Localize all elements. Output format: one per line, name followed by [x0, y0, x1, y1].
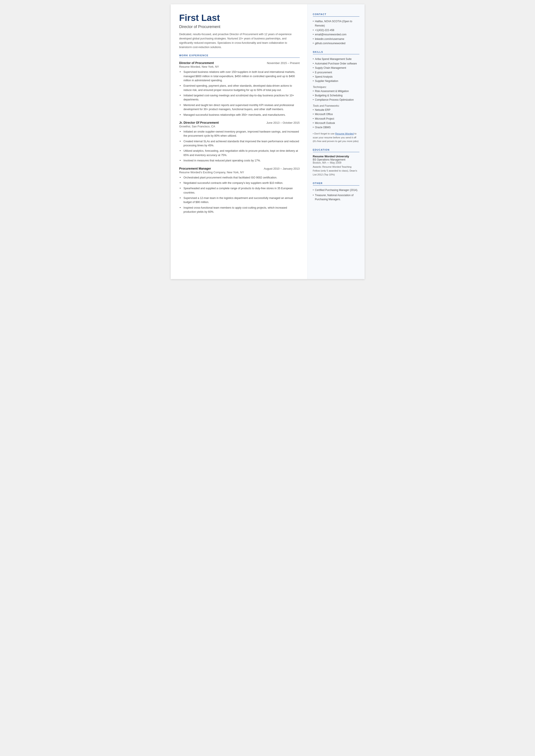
contact-item-github: github.com/resumeworded: [313, 41, 359, 45]
skill-item-eprocurement: E-procurement: [313, 70, 359, 74]
edu-school: Resume Worded University: [313, 155, 359, 158]
skill-item-ariba: Ariba Spend Management Suite: [313, 57, 359, 61]
contact-item-linkedin: linkedin.com/in/username: [313, 37, 359, 41]
list-item: Supervised a 12-man team in the logistic…: [179, 196, 300, 205]
skill-item-apo: Automated Purchase Order software: [313, 61, 359, 66]
job-3-bullets: Orchestrated plant procurement methods t…: [179, 176, 300, 214]
contact-item-phone: +1(432)-222-458: [313, 28, 359, 32]
list-item: Involved in measures that reduced plant …: [179, 159, 300, 163]
contact-list: Halifax, NOVA SCOTIA (Open to Remote) +1…: [313, 19, 359, 45]
tool-item-msoutlook: Microsoft Outlook: [313, 121, 359, 125]
list-item: Created internal SLAs and achieved stand…: [179, 139, 300, 148]
tools-list: Netsuite ERP Microsoft Office Microsoft …: [313, 108, 359, 130]
resume-container: First Last Director of Procurement Dedic…: [171, 4, 365, 279]
list-item: Orchestrated plant procurement methods t…: [179, 176, 300, 180]
tool-item-msoffice: Microsoft Office: [313, 112, 359, 116]
job-2-dates: June 2013 – October 2015: [267, 121, 300, 124]
list-item: Initiated an onsite supplier-owned inven…: [179, 130, 300, 138]
edu-degree: BS Operations Management: [313, 158, 359, 161]
tool-item-msproject: Microsoft Project: [313, 117, 359, 121]
techniques-list: Risk Assessment & Mitigation Budgeting &…: [313, 89, 359, 102]
job-2-header: Jr. Director Of Procurement June 2013 – …: [179, 121, 300, 124]
skills-label: SKILLS: [313, 51, 359, 54]
tool-item-netsuite: Netsuite ERP: [313, 108, 359, 112]
job-3-title: Procurement Manager: [179, 167, 211, 170]
job-1-company: Resume Worded, New York, NY: [179, 65, 300, 68]
job-1-dates: November 2015 – Present: [267, 61, 300, 65]
technique-item-risk: Risk Assessment & Mitigation: [313, 89, 359, 93]
list-item: Spearheaded and supplied a complete rang…: [179, 186, 300, 195]
skill-item-spend: Spend Analysis: [313, 74, 359, 79]
technique-item-compliance: Compliance Process Optimization: [313, 98, 359, 102]
job-3-header: Procurement Manager August 2010 – Januar…: [179, 167, 300, 170]
job-1-header: Director of Procurement November 2015 – …: [179, 61, 300, 65]
job-3: Procurement Manager August 2010 – Januar…: [179, 167, 300, 214]
techniques-label: Techniques:: [313, 86, 359, 89]
edu-awards: Awards: Resume Worded Teaching Fellow (o…: [313, 165, 359, 177]
skill-item-supplier: Supplier Negotiation: [313, 79, 359, 83]
skills-core-list: Ariba Spend Management Suite Automated P…: [313, 57, 359, 83]
job-2-bullets: Initiated an onsite supplier-owned inven…: [179, 130, 300, 163]
list-item: Initiated targeted cost-saving meetings …: [179, 94, 300, 102]
tools-label: Tools and Frameworks:: [313, 104, 359, 107]
work-experience-label: WORK EXPERIENCE: [179, 54, 300, 58]
job-1-bullets: Supervised business relations with over …: [179, 70, 300, 117]
job-2: Jr. Director Of Procurement June 2013 – …: [179, 121, 300, 163]
edu-date: Boston, MA — May 2009: [313, 161, 359, 164]
list-item: Utilized analytics, forecasting, and neg…: [179, 149, 300, 157]
job-2-company: Growthsi, San Francisco, CA: [179, 125, 300, 128]
candidate-summary: Dedicated, results-focused, and proactiv…: [179, 32, 300, 49]
list-item: Examined spending, payment plans, and ot…: [179, 84, 300, 92]
right-column: CONTACT Halifax, NOVA SCOTIA (Open to Re…: [307, 4, 365, 279]
list-item: Supervised business relations with over …: [179, 70, 300, 83]
list-item: Negotiated successful contracts with the…: [179, 181, 300, 185]
contact-label: CONTACT: [313, 13, 359, 16]
tool-item-oracle: Oracle DBMS: [313, 125, 359, 129]
job-2-title: Jr. Director Of Procurement: [179, 121, 219, 124]
contact-item-email: email@resumeworded.com: [313, 32, 359, 37]
list-item: Managed successful business relationship…: [179, 113, 300, 117]
promo-text: • Don't forget to use Resume Worded to s…: [313, 132, 359, 143]
job-1: Director of Procurement November 2015 – …: [179, 61, 300, 117]
job-3-dates: August 2010 – January 2013: [264, 167, 299, 170]
promo-link[interactable]: Resume Worded: [335, 132, 354, 135]
technique-item-budgeting: Budgeting & Scheduling: [313, 93, 359, 98]
other-label: OTHER: [313, 182, 359, 185]
education-block: Resume Worded University BS Operations M…: [313, 155, 359, 177]
education-label: EDUCATION: [313, 149, 359, 152]
skill-item-scm: Supply Chain Management: [313, 66, 359, 70]
left-column: First Last Director of Procurement Dedic…: [171, 4, 307, 279]
other-item-treasurer: Treasurer, National Association of Purch…: [313, 193, 359, 202]
list-item: Inspired cross-functional team members t…: [179, 206, 300, 214]
candidate-title: Director of Procurement: [179, 25, 300, 29]
job-3-company: Resume Worded's Exciting Company, New Yo…: [179, 171, 300, 174]
other-item-cpm: Certified Purchasing Manager (2014).: [313, 188, 359, 192]
job-1-title: Director of Procurement: [179, 61, 214, 65]
contact-item-location: Halifax, NOVA SCOTIA (Open to Remote): [313, 19, 359, 28]
list-item: Mentored and taught ten direct reports a…: [179, 103, 300, 112]
other-list: Certified Purchasing Manager (2014). Tre…: [313, 188, 359, 202]
candidate-name: First Last: [179, 13, 300, 23]
